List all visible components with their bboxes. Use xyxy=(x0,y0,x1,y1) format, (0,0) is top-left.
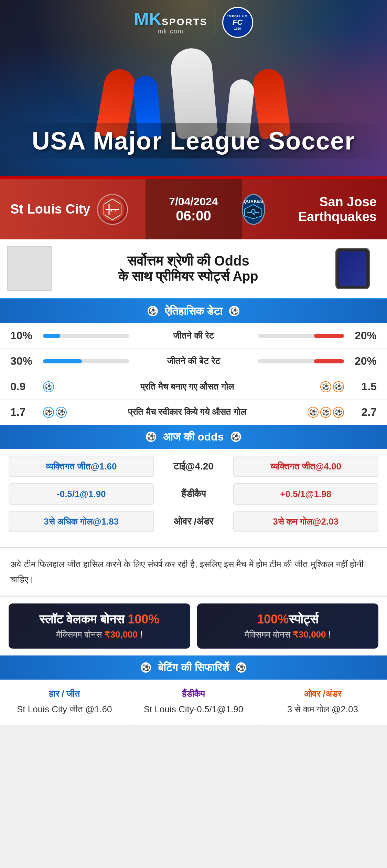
analysis-text: अवे टीम फिलहाल जीत हासिल करने के लिए संघ… xyxy=(10,557,377,587)
team-left-logo: CITY xyxy=(97,194,128,225)
empoli-top-text: EMPOLI F.C. xyxy=(226,14,248,18)
bonus-title-1: स्लॉट वेलकम बोनस 100% xyxy=(15,612,183,627)
odds-btn-left-3[interactable]: 3से अधिक गोल@1.83 xyxy=(9,511,154,532)
stat-bar-right-bet-rate xyxy=(258,359,344,363)
ad-logo-box xyxy=(7,246,52,291)
team-right-section: QUAKES Q San Jose Earthquakes xyxy=(242,194,387,225)
rec-type-2: हैंडीकैप xyxy=(136,689,251,699)
rec-type-1: हार / जीत xyxy=(7,689,122,699)
mk-sports-logo: MK SPORTS mk.com xyxy=(134,10,207,35)
odds-btn-right-3[interactable]: 3से कम गोल@2.03 xyxy=(233,511,379,532)
players-area xyxy=(0,34,387,138)
ball-icon-left-2a: ⚽ xyxy=(43,407,54,418)
ball-icon-rec-left: ⚽ xyxy=(141,662,151,673)
stat-right-win-rate: 20% xyxy=(349,329,377,342)
ad-subtitle: के साथ प्रीमियर स्पोर्ट्स App xyxy=(58,269,318,284)
stat-right-goals-conceded: 2.7 xyxy=(349,406,377,418)
odds-section-header: ⚽ आज की odds ⚽ xyxy=(0,425,387,449)
stat-row-goals-conceded: 1.7 ⚽ ⚽ प्रति मैच स्वीकार किये गये औसत ग… xyxy=(0,400,387,425)
stat-label-2: जीतने की बेट रेट xyxy=(134,356,253,366)
ball-icon-right-2a: ⚽ xyxy=(308,407,319,418)
phone-screen xyxy=(339,251,366,286)
ad-title-text: सर्वोत्तम श्रेणी की Odds xyxy=(127,253,249,268)
stat-left-bet-rate: 30% xyxy=(10,355,38,368)
ad-phone-area xyxy=(325,248,380,289)
odds-center-3: ओवर /अंडर xyxy=(159,516,228,527)
ball-icon-odds-right: ⚽ xyxy=(231,432,241,442)
rec-section-header: ⚽ बेटिंग की सिफारिशें ⚽ xyxy=(0,655,387,680)
stat-bar-fill-red-1 xyxy=(314,334,344,338)
rec-title: बेटिंग की सिफारिशें xyxy=(158,661,229,674)
hero-logo-area: MK SPORTS mk.com EMPOLI F.C. FC 1920 xyxy=(134,7,253,38)
stat-label-3: प्रति मैच बनाए गए औसत गोल xyxy=(59,381,315,392)
ball-icon-right-2c: ⚽ xyxy=(333,407,344,418)
stat-bar-left-win-rate xyxy=(43,334,129,338)
odds-btn-right-1[interactable]: व्यक्तिगत जीत@4.00 xyxy=(233,456,379,477)
odds-row-3: 3से अधिक गोल@1.83 ओवर /अंडर 3से कम गोल@2… xyxy=(9,511,378,532)
rec-value-3: 3 से कम गोल @2.03 xyxy=(265,703,380,716)
stats-section: 10% जीतने की रेट 20% 30% जीतने की बेट रे… xyxy=(0,323,387,425)
historical-section-header: ⚽ ऐतिहासिक डेटा ⚽ xyxy=(0,299,387,323)
ball-icon-odds-left: ⚽ xyxy=(146,432,156,442)
red-divider-bar xyxy=(0,176,387,179)
odds-row-2: -0.5/1@1.90 हैंडीकैप +0.5/1@1.98 xyxy=(9,483,378,505)
team-right-logo: QUAKES Q xyxy=(242,194,266,225)
ball-icon-left-1: ⚽ xyxy=(43,381,54,392)
bonus-section: स्लॉट वेलकम बोनस 100% मैक्सिमम बोनस ₹30,… xyxy=(0,596,387,655)
sports-text: SPORTS xyxy=(162,17,207,27)
hero-title-area: USA Major League Soccer xyxy=(0,123,387,158)
odds-btn-left-1[interactable]: व्यक्तिगत जीत@1.60 xyxy=(9,456,154,477)
rec-cell-1: हार / जीत St Louis City जीत @1.60 xyxy=(0,680,129,725)
bonus-title-2: 100%स्पोर्ट्स xyxy=(204,612,372,627)
mk-logo-text: MK xyxy=(134,10,162,28)
bonus-card-slots[interactable]: स्लॉट वेलकम बोनस 100% मैक्सिमम बोनस ₹30,… xyxy=(9,603,190,649)
rec-value-2: St Louis City-0.5/1@1.90 xyxy=(136,703,251,716)
bonus-subtitle-1: मैक्सिमम बोनस ₹30,000 ! xyxy=(15,629,183,640)
bonus-card-sports[interactable]: 100%स्पोर्ट्स मैक्सिमम बोनस ₹30,000 ! xyxy=(197,603,379,649)
stat-row-goals-scored: 0.9 ⚽ प्रति मैच बनाए गए औसत गोल ⚽ ⚽ 1.5 xyxy=(0,374,387,400)
odds-title: आज की odds xyxy=(163,431,224,443)
empoli-logo: EMPOLI F.C. FC 1920 xyxy=(222,7,253,38)
logo-divider xyxy=(215,9,215,36)
stat-left-win-rate: 10% xyxy=(10,329,38,342)
team-right-name: San Jose Earthquakes xyxy=(272,195,377,224)
svg-text:Q: Q xyxy=(251,208,256,215)
analysis-section: अवे टीम फिलहाल जीत हासिल करने के लिए संघ… xyxy=(0,547,387,596)
stat-right-goals-scored: 1.5 xyxy=(349,380,377,393)
odds-section: व्यक्तिगत जीत@1.60 टाई@4.20 व्यक्तिगत जी… xyxy=(0,449,387,547)
phone-mockup xyxy=(335,248,370,289)
odds-row-1: व्यक्तिगत जीत@1.60 टाई@4.20 व्यक्तिगत जी… xyxy=(9,456,378,477)
stat-bar-fill-red-2 xyxy=(314,359,344,363)
match-center-section: 7/04/2024 06:00 xyxy=(146,179,242,239)
match-time: 06:00 xyxy=(176,208,211,224)
stat-label-4: प्रति मैच स्वीकार किये गये औसत गोल xyxy=(72,407,302,417)
stat-bar-right-win-rate xyxy=(258,334,344,338)
ad-title: सर्वोत्तम श्रेणी की Odds xyxy=(58,253,318,269)
odds-btn-right-2[interactable]: +0.5/1@1.98 xyxy=(233,483,379,505)
team-left-name: St Louis City xyxy=(10,202,90,217)
odds-center-1: टाई@4.20 xyxy=(159,461,228,472)
ball-icon-right-2b: ⚽ xyxy=(320,407,331,418)
stat-row-win-rate: 10% जीतने की रेट 20% xyxy=(0,323,387,349)
stat-right-bet-rate: 20% xyxy=(349,355,377,368)
stat-icons-right-2: ⚽ ⚽ ⚽ xyxy=(308,407,344,418)
odds-center-2: हैंडीकैप xyxy=(159,488,228,500)
mk-com-text: mk.com xyxy=(158,28,184,35)
rec-value-1: St Louis City जीत @1.60 xyxy=(7,703,122,716)
stat-left-goals-conceded: 1.7 xyxy=(10,406,38,418)
quakes-label: QUAKES xyxy=(244,199,263,204)
stat-label-1: जीतने की रेट xyxy=(134,330,253,341)
stat-left-goals-scored: 0.9 xyxy=(10,380,38,393)
rec-row: हार / जीत St Louis City जीत @1.60 हैंडीक… xyxy=(0,680,387,725)
ball-icon-left-2b: ⚽ xyxy=(56,407,67,418)
stat-bar-fill-blue-1 xyxy=(43,334,60,338)
ball-icon-right-1b: ⚽ xyxy=(333,381,344,392)
match-info-bar: St Louis City CITY 7/04/2024 06:00 QUAKE… xyxy=(0,179,387,239)
ad-banner[interactable]: सर्वोत्तम श्रेणी की Odds के साथ प्रीमियर… xyxy=(0,239,387,299)
match-date: 7/04/2024 xyxy=(169,195,218,208)
rec-type-3: ओवर /अंडर xyxy=(265,689,380,699)
hero-title: USA Major League Soccer xyxy=(0,127,387,155)
rec-cell-3: ओवर /अंडर 3 से कम गोल @2.03 xyxy=(258,680,387,725)
historical-title: ऐतिहासिक डेटा xyxy=(165,305,223,318)
odds-btn-left-2[interactable]: -0.5/1@1.90 xyxy=(9,483,154,505)
